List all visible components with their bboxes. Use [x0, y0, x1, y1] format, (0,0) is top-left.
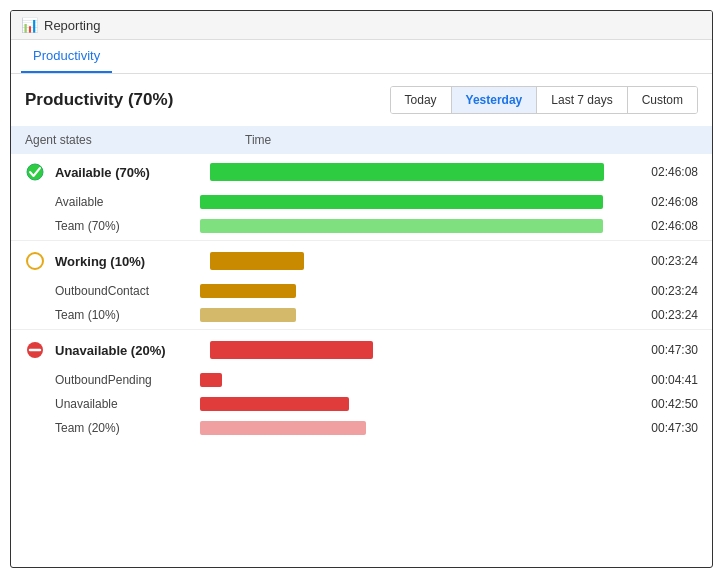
- working-label: Working (10%): [55, 254, 210, 269]
- sub-row-unavailable-2: Team (20%)00:47:30: [11, 416, 712, 440]
- sub-time-available-0: 02:46:08: [646, 195, 698, 209]
- filter-today[interactable]: Today: [391, 87, 452, 113]
- window-title: Reporting: [44, 18, 100, 33]
- filter-last7days[interactable]: Last 7 days: [537, 87, 627, 113]
- unavailable-time: 00:47:30: [646, 343, 698, 357]
- sub-label-unavailable-0: OutboundPending: [55, 373, 200, 387]
- sub-bar-area-working-0: 00:23:24: [200, 284, 698, 298]
- unavailable-icon: [25, 340, 45, 360]
- filter-yesterday[interactable]: Yesterday: [452, 87, 538, 113]
- unavailable-bar-area: 00:47:30: [210, 341, 698, 359]
- available-label: Available (70%): [55, 165, 210, 180]
- sub-row-working-0: OutboundContact00:23:24: [11, 279, 712, 303]
- sub-time-working-1: 00:23:24: [646, 308, 698, 322]
- sub-label-available-1: Team (70%): [55, 219, 200, 233]
- sub-time-unavailable-1: 00:42:50: [646, 397, 698, 411]
- table-area: Agent states Time Available (70%)02:46:0…: [11, 126, 712, 567]
- sub-label-unavailable-1: Unavailable: [55, 397, 200, 411]
- tab-productivity[interactable]: Productivity: [21, 40, 112, 73]
- sub-bar-area-available-0: 02:46:08: [200, 195, 698, 209]
- working-icon: [25, 251, 45, 271]
- sub-time-working-0: 00:23:24: [646, 284, 698, 298]
- available-time: 02:46:08: [646, 165, 698, 179]
- sub-time-unavailable-2: 00:47:30: [646, 421, 698, 435]
- working-time: 00:23:24: [646, 254, 698, 268]
- header-row: Productivity (70%) Today Yesterday Last …: [11, 74, 712, 126]
- available-icon: [25, 162, 45, 182]
- filter-buttons: Today Yesterday Last 7 days Custom: [390, 86, 698, 114]
- available-bar-area: 02:46:08: [210, 163, 698, 181]
- group-row-unavailable: Unavailable (20%)00:47:30: [11, 332, 712, 368]
- tabs-bar: Productivity: [11, 40, 712, 74]
- group-row-working: Working (10%)00:23:24: [11, 243, 712, 279]
- sub-label-unavailable-2: Team (20%): [55, 421, 200, 435]
- sub-row-unavailable-1: Unavailable00:42:50: [11, 392, 712, 416]
- reporting-icon: 📊: [21, 17, 38, 33]
- sub-label-available-0: Available: [55, 195, 200, 209]
- working-bar-area: 00:23:24: [210, 252, 698, 270]
- col-header-time: Time: [245, 133, 698, 147]
- sub-row-available-1: Team (70%)02:46:08: [11, 214, 712, 238]
- sub-bar-area-working-1: 00:23:24: [200, 308, 698, 322]
- sub-row-unavailable-0: OutboundPending00:04:41: [11, 368, 712, 392]
- unavailable-label: Unavailable (20%): [55, 343, 210, 358]
- col-header-state: Agent states: [25, 133, 245, 147]
- table-body: Available (70%)02:46:08Available02:46:08…: [11, 154, 712, 440]
- sub-bar-area-unavailable-0: 00:04:41: [200, 373, 698, 387]
- main-window: 📊 Reporting Productivity Productivity (7…: [10, 10, 713, 568]
- sub-label-working-0: OutboundContact: [55, 284, 200, 298]
- table-header: Agent states Time: [11, 126, 712, 154]
- sub-bar-area-unavailable-1: 00:42:50: [200, 397, 698, 411]
- page-title: Productivity (70%): [25, 90, 173, 110]
- sub-time-available-1: 02:46:08: [646, 219, 698, 233]
- sub-bar-area-unavailable-2: 00:47:30: [200, 421, 698, 435]
- filter-custom[interactable]: Custom: [628, 87, 697, 113]
- group-row-available: Available (70%)02:46:08: [11, 154, 712, 190]
- sub-row-available-0: Available02:46:08: [11, 190, 712, 214]
- sub-label-working-1: Team (10%): [55, 308, 200, 322]
- title-bar: 📊 Reporting: [11, 11, 712, 40]
- main-content: Productivity (70%) Today Yesterday Last …: [11, 74, 712, 567]
- sub-bar-area-available-1: 02:46:08: [200, 219, 698, 233]
- sub-time-unavailable-0: 00:04:41: [646, 373, 698, 387]
- svg-point-1: [27, 253, 43, 269]
- sub-row-working-1: Team (10%)00:23:24: [11, 303, 712, 327]
